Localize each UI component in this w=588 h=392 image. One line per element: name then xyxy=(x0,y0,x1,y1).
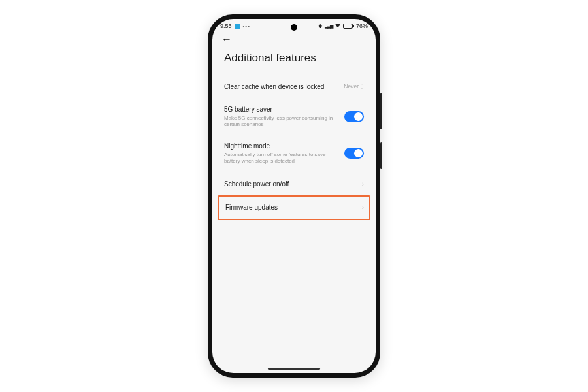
row-text: Clear cache when device is locked xyxy=(224,82,337,91)
value-text: Never xyxy=(344,83,359,90)
home-indicator[interactable] xyxy=(268,368,320,370)
row-text: Nighttime mode Automatically turn off so… xyxy=(224,142,338,165)
battery-percent: 76% xyxy=(356,23,368,29)
row-title: Clear cache when device is locked xyxy=(224,82,337,91)
toggle-nighttime[interactable] xyxy=(344,148,364,159)
spinner-icon: ⌃⌄ xyxy=(360,84,364,89)
wifi-icon xyxy=(335,23,341,29)
status-right: ✱ ▂▃▅ 76% xyxy=(318,23,368,29)
row-title: Firmware updates xyxy=(225,203,355,212)
row-nighttime-mode[interactable]: Nighttime mode Automatically turn off so… xyxy=(219,135,369,172)
row-text: Schedule power on/off xyxy=(224,180,355,188)
page-title: Additional features xyxy=(212,45,376,74)
phone-frame: 9:55 ••• ✱ ▂▃▅ 76% ← Additional features xyxy=(208,14,380,378)
volume-button xyxy=(380,93,382,129)
camera-hole xyxy=(291,24,297,31)
chevron-right-icon: › xyxy=(362,204,364,211)
signal-icon: ▂▃▅ xyxy=(325,24,333,29)
row-title: Nighttime mode xyxy=(224,142,338,150)
toggle-5g[interactable] xyxy=(344,111,364,122)
back-button[interactable]: ← xyxy=(221,33,232,44)
screen: 9:55 ••• ✱ ▂▃▅ 76% ← Additional features xyxy=(212,19,376,373)
bluetooth-icon: ✱ xyxy=(318,24,323,29)
row-subtitle: Make 5G connectivity less power consumin… xyxy=(224,115,338,129)
row-5g-battery-saver[interactable]: 5G battery saver Make 5G connectivity le… xyxy=(219,99,369,135)
row-title: Schedule power on/off xyxy=(224,180,355,188)
status-left: 9:55 ••• xyxy=(220,23,250,29)
row-title: 5G battery saver xyxy=(224,105,338,114)
row-text: 5G battery saver Make 5G connectivity le… xyxy=(224,105,338,129)
more-notifications-icon: ••• xyxy=(243,24,250,29)
notification-app-icon xyxy=(235,24,240,29)
battery-icon xyxy=(343,24,354,29)
row-subtitle: Automatically turn off some features to … xyxy=(224,152,338,165)
status-time: 9:55 xyxy=(220,23,232,29)
row-value: Never ⌃⌄ xyxy=(344,83,364,90)
power-button xyxy=(380,142,382,169)
row-clear-cache[interactable]: Clear cache when device is locked Never … xyxy=(219,74,369,99)
row-schedule-power[interactable]: Schedule power on/off › xyxy=(219,172,369,197)
nav-bar: ← xyxy=(212,31,376,45)
row-text: Firmware updates xyxy=(225,203,355,212)
chevron-right-icon: › xyxy=(362,180,364,188)
settings-list: Clear cache when device is locked Never … xyxy=(212,74,376,373)
row-firmware-updates[interactable]: Firmware updates › xyxy=(218,195,370,220)
